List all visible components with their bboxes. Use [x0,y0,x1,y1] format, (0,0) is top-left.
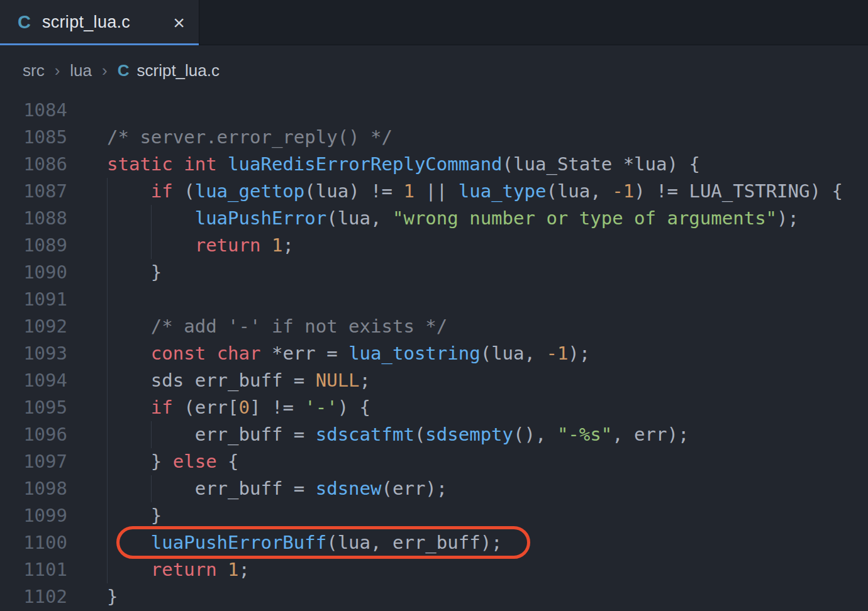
tab-label: script_lua.c [42,13,164,32]
line-number[interactable]: 1100 [0,529,67,556]
close-icon[interactable]: × [173,13,185,33]
code-text: if (err[0] != '-') { [107,394,370,421]
code-token [217,559,228,580]
line-number[interactable]: 1098 [0,475,67,502]
line-number[interactable]: 1091 [0,286,67,313]
code-token [107,559,151,580]
code-token [107,316,151,337]
code-token: sdsnew [316,478,382,499]
tab-script-lua[interactable]: C script_lua.c × [0,0,199,45]
code-token: -1 [612,180,634,202]
code-token: ] != [250,397,304,418]
line-number[interactable]: 1094 [0,367,67,394]
code-token: return [195,234,261,256]
code-text: } [107,502,162,529]
code-token: (err); [382,478,448,499]
chevron-right-icon: › [102,61,108,80]
c-language-icon: C [18,12,31,33]
code-token: (lua) != [304,180,403,202]
code-text: const char *err = lua_tostring(lua, -1); [107,340,590,367]
code-line[interactable]: 1088 luaPushError(lua, "wrong number or … [0,205,868,232]
indent-guide [107,421,108,448]
line-number[interactable]: 1090 [0,259,67,286]
code-token: ; [360,370,370,391]
code-text: err_buff = sdscatfmt(sdsempty(), "-%s", … [107,421,689,448]
code-line[interactable]: 1092 /* add '-' if not exists */ [0,313,868,340]
code-token: ; [239,559,250,580]
line-number[interactable]: 1092 [0,313,67,340]
indent-guide [107,232,108,259]
code-token [107,180,151,202]
indent-guide [151,232,152,259]
code-token: (lua, [546,180,612,202]
code-token: sdsempty [425,424,513,445]
breadcrumb-item-src[interactable]: src [23,61,45,80]
code-text: } else { [107,448,239,475]
code-token: 1 [272,234,282,256]
indent-guide [107,394,108,421]
code-text: /* add '-' if not exists */ [107,313,447,340]
code-token: lua_gettop [195,180,305,202]
code-line[interactable]: 1102} [0,583,868,610]
code-line[interactable]: 1098 err_buff = sdsnew(err); [0,475,868,502]
code-token: ; [282,234,293,256]
chevron-right-icon: › [55,61,60,80]
indent-guide [107,502,108,529]
indent-guide [151,475,152,502]
code-token: 0 [239,397,250,418]
code-line[interactable]: 1087 if (lua_gettop(lua) != 1 || lua_typ… [0,178,868,205]
code-line[interactable]: 1096 err_buff = sdscatfmt(sdsempty(), "-… [0,421,868,448]
code-token: NULL [316,370,360,391]
line-number[interactable]: 1088 [0,205,67,232]
code-text: /* server.error_reply() */ [107,124,392,151]
line-number[interactable]: 1087 [0,178,67,205]
code-token: (lua, [326,207,392,229]
line-number[interactable]: 1084 [0,97,67,124]
indent-guide [107,205,108,232]
tab-bar: C script_lua.c × [0,0,868,45]
code-line[interactable]: 1090 } [0,259,868,286]
code-token: '-' [304,397,337,418]
code-token: || [415,180,459,202]
line-number[interactable]: 1099 [0,502,67,529]
code-text: } [107,259,162,286]
code-token: (lua, err_buff); [326,532,502,553]
line-number[interactable]: 1096 [0,421,67,448]
line-number[interactable]: 1095 [0,394,67,421]
line-number[interactable]: 1089 [0,232,67,259]
code-line[interactable]: 1086static int luaRedisErrorReplyCommand… [0,151,868,178]
code-line[interactable]: 1101 return 1; [0,556,868,583]
breadcrumb-item-lua[interactable]: lua [70,61,92,80]
code-line[interactable]: 1085/* server.error_reply() */ [0,124,868,151]
line-number[interactable]: 1097 [0,448,67,475]
code-token: lua_type [459,180,547,202]
code-token [260,234,271,256]
code-line[interactable]: 1095 if (err[0] != '-') { [0,394,868,421]
code-line[interactable]: 1100 luaPushErrorBuff(lua, err_buff); [0,529,868,556]
code-token: (), [513,424,557,445]
line-number[interactable]: 1093 [0,340,67,367]
code-token: int [184,153,216,175]
code-line[interactable]: 1099 } [0,502,868,529]
line-number[interactable]: 1086 [0,151,67,178]
code-token: (lua, [481,343,547,364]
code-token: luaRedisErrorReplyCommand [228,153,503,175]
code-line[interactable]: 1094 sds err_buff = NULL; [0,367,868,394]
line-number[interactable]: 1101 [0,556,67,583]
code-token: luaPushErrorBuff [151,532,326,553]
code-line[interactable]: 1084 [0,97,868,124]
line-number[interactable]: 1085 [0,124,67,151]
code-line[interactable]: 1091 [0,286,868,313]
line-number[interactable]: 1102 [0,583,67,610]
code-line[interactable]: 1093 const char *err = lua_tostring(lua,… [0,340,868,367]
code-token: } [107,261,162,283]
indent-guide [107,367,108,394]
code-editor: 10841085/* server.error_reply() */1086st… [0,96,868,610]
code-token: static [107,153,173,175]
breadcrumb-item-file[interactable]: script_lua.c [137,61,220,80]
code-token: ) != LUA_TSTRING) { [634,180,843,202]
code-token: /* add '-' if not exists */ [151,316,447,337]
code-line[interactable]: 1097 } else { [0,448,868,475]
code-line[interactable]: 1089 return 1; [0,232,868,259]
code-token: } [107,586,118,607]
